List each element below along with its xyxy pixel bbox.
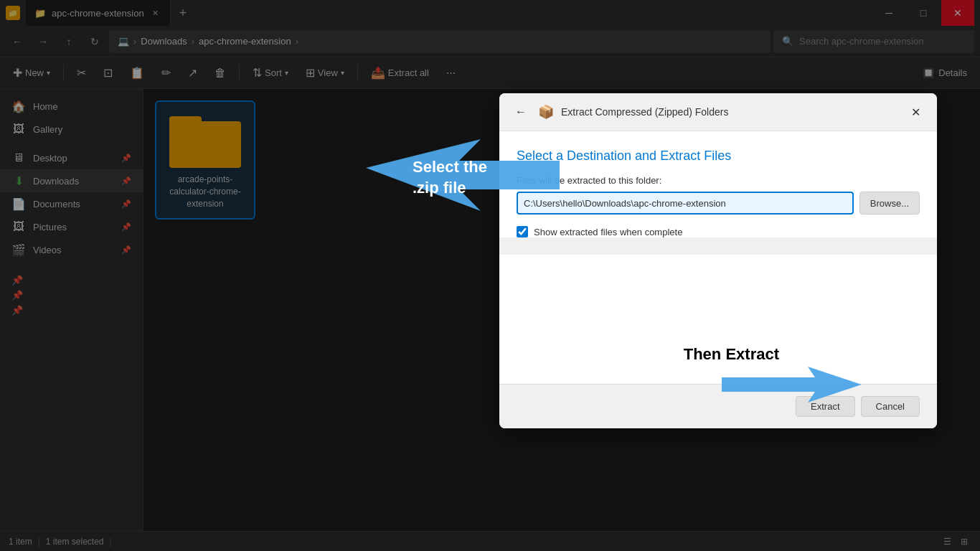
cancel-button[interactable]: Cancel xyxy=(861,396,920,417)
dialog-spacer xyxy=(499,255,937,384)
dialog-folder-label: Files will be extracted to this folder: xyxy=(517,175,920,186)
dialog-title-text: Extract Compressed (Zipped) Folders xyxy=(561,106,728,118)
dialog-back-button[interactable]: ← xyxy=(511,102,531,122)
browse-button[interactable]: Browse... xyxy=(859,192,920,215)
dialog-body: Select a Destination and Extract Files F… xyxy=(499,131,937,237)
dialog-footer: Then Extract Extract Cancel xyxy=(499,384,937,428)
checkbox-row: Show extracted files when complete xyxy=(517,226,920,237)
dialog-input-row: Browse... xyxy=(517,192,920,215)
extract-button[interactable]: Extract xyxy=(796,396,854,417)
dialog-overlay: ← 📦 Extract Compressed (Zipped) Folders … xyxy=(0,0,980,551)
dialog-close-button[interactable]: ✕ xyxy=(905,102,925,122)
dialog-titlebar: ← 📦 Extract Compressed (Zipped) Folders … xyxy=(499,93,937,131)
show-files-checkbox[interactable] xyxy=(517,226,528,237)
extract-dialog: ← 📦 Extract Compressed (Zipped) Folders … xyxy=(499,93,937,428)
dialog-heading: Select a Destination and Extract Files xyxy=(517,149,920,164)
checkbox-label: Show extracted files when complete xyxy=(534,227,682,237)
dialog-title-icon: 📦 xyxy=(538,104,554,120)
folder-path-input[interactable] xyxy=(517,192,854,215)
